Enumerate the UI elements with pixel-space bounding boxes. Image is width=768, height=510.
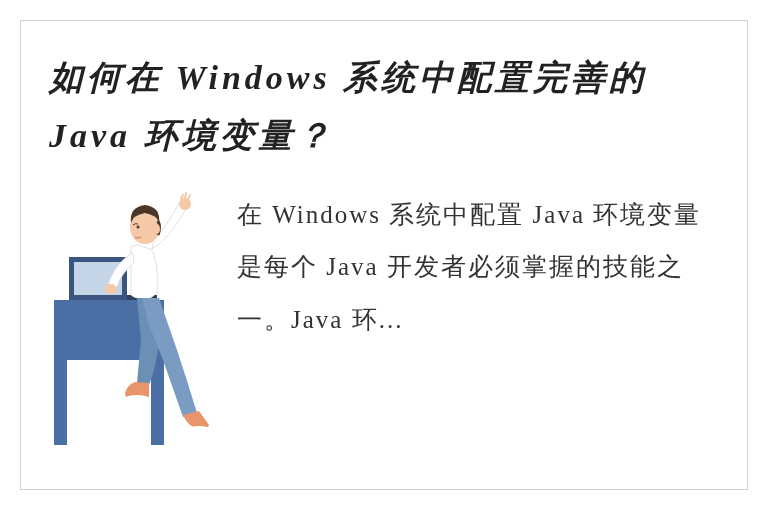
person-torso: [131, 245, 157, 299]
svg-point-3: [125, 395, 149, 401]
svg-point-1: [154, 224, 160, 234]
person-illustration: [49, 185, 229, 445]
article-body: 在 Windows 系统中配置 Java 环境变量是每个 Java 开发者必须掌…: [229, 185, 719, 347]
article-card: 如何在 Windows 系统中配置完善的 Java 环境变量？: [20, 20, 748, 490]
svg-point-0: [105, 284, 117, 294]
content-row: 在 Windows 系统中配置 Java 环境变量是每个 Java 开发者必须掌…: [49, 185, 719, 445]
svg-point-4: [188, 426, 210, 432]
svg-point-2: [137, 225, 140, 228]
article-title: 如何在 Windows 系统中配置完善的 Java 环境变量？: [49, 49, 719, 165]
